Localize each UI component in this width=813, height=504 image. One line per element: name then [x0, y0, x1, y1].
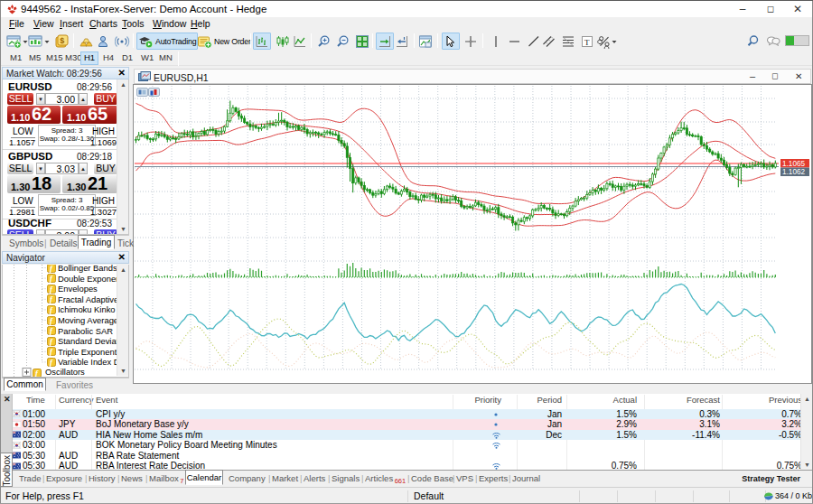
svg-text:$: $: [60, 36, 64, 45]
svg-text:T: T: [584, 37, 590, 46]
svg-text:1.1062: 1.1062: [782, 168, 805, 176]
svg-text:1.1065: 1.1065: [782, 160, 805, 168]
